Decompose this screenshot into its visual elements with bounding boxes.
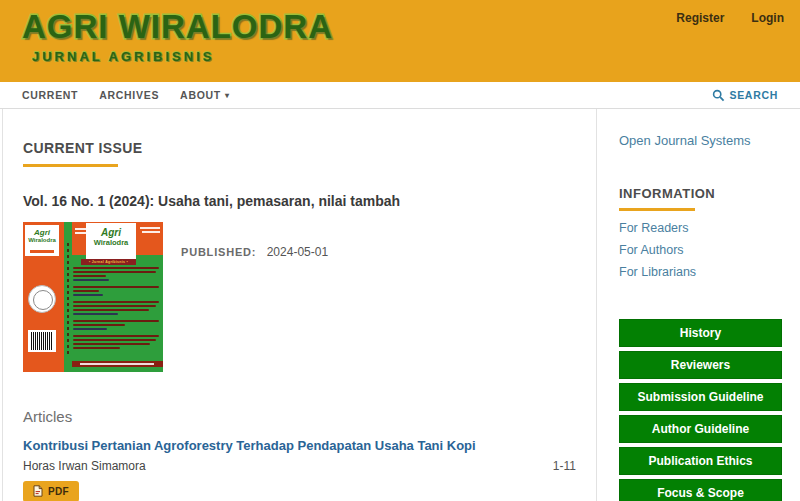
issue-title: Vol. 16 No. 1 (2024): Usaha tani, pemasa… [23, 193, 576, 209]
journal-logo-title: AGRI WIRALODRA [22, 8, 333, 46]
search-label: SEARCH [729, 89, 778, 101]
current-issue-heading: CURRENT ISSUE [23, 140, 576, 156]
primary-nav: CURRENT ARCHIVES ABOUT▾ SEARCH [0, 82, 800, 109]
article-meta: Horas Irwan Simamora 1-11 [23, 459, 576, 473]
cover-spine [64, 222, 72, 372]
page-content: CURRENT ISSUE Vol. 16 No. 1 (2024): Usah… [2, 109, 798, 501]
information-underline [619, 208, 695, 211]
publication-ethics-button[interactable]: Publication Ethics [619, 447, 782, 475]
pdf-button-label: PDF [48, 486, 69, 497]
register-link[interactable]: Register [676, 11, 724, 25]
journal-logo-subtitle: JURNAL AGRIBISNIS [32, 49, 333, 64]
journal-homepage: AGRI WIRALODRA JURNAL AGRIBISNIS Registe… [0, 0, 800, 501]
sidebar-link-for-librarians[interactable]: For Librarians [619, 264, 782, 280]
search-link[interactable]: SEARCH [712, 89, 778, 102]
heading-underline [23, 164, 118, 167]
cover-logo-box: Agri Wiralodra [25, 225, 59, 256]
site-header: AGRI WIRALODRA JURNAL AGRIBISNIS Registe… [0, 0, 800, 82]
main-column: CURRENT ISSUE Vol. 16 No. 1 (2024): Usah… [2, 109, 597, 501]
published-date: 2024-05-01 [267, 245, 328, 259]
issue-summary: Agri Wiralodra Agri Wiralodra [23, 222, 576, 372]
history-button[interactable]: History [619, 319, 782, 347]
published-label: PUBLISHED: [181, 246, 256, 258]
nav-item-archives[interactable]: ARCHIVES [99, 89, 159, 101]
article-title-link[interactable]: Kontribusi Pertanian Agroforestry Terhad… [23, 438, 576, 453]
search-icon [712, 89, 725, 102]
information-links: For Readers For Authors For Librarians [619, 220, 782, 280]
published-info: PUBLISHED: 2024-05-01 [181, 242, 328, 372]
sidebar-button-stack: History Reviewers Submission Guideline A… [619, 319, 782, 501]
nav-item-current[interactable]: CURRENT [22, 89, 78, 101]
cover-title-panel: Agri Wiralodra [86, 223, 136, 259]
auth-links: Register Login [676, 11, 784, 25]
nav-about-label: ABOUT [180, 89, 221, 101]
article-author: Horas Irwan Simamora [23, 459, 146, 473]
pdf-button[interactable]: PDF [23, 481, 79, 501]
pdf-file-icon [33, 485, 43, 499]
information-heading: INFORMATION [619, 186, 782, 201]
chevron-down-icon: ▾ [225, 91, 230, 100]
issue-cover[interactable]: Agri Wiralodra Agri Wiralodra [23, 222, 163, 372]
reviewers-button[interactable]: Reviewers [619, 351, 782, 379]
cover-footer-bar [72, 361, 163, 367]
article-pages: 1-11 [553, 459, 576, 473]
cover-banner: • Jurnal Agribisnis • [81, 259, 136, 265]
nav-item-about[interactable]: ABOUT▾ [180, 89, 230, 101]
sidebar: Open Journal Systems INFORMATION For Rea… [599, 109, 798, 501]
submission-guideline-button[interactable]: Submission Guideline [619, 383, 782, 411]
cover-barcode [28, 330, 56, 352]
articles-section-heading: Articles [23, 408, 576, 425]
journal-logo[interactable]: AGRI WIRALODRA JURNAL AGRIBISNIS [22, 8, 333, 64]
focus-scope-button[interactable]: Focus & Scope [619, 479, 782, 501]
author-guideline-button[interactable]: Author Guideline [619, 415, 782, 443]
cover-article-lines [73, 267, 159, 354]
login-link[interactable]: Login [751, 11, 784, 25]
article-list-item: Kontribusi Pertanian Agroforestry Terhad… [23, 438, 576, 501]
open-journal-systems-link[interactable]: Open Journal Systems [619, 133, 782, 148]
cover-emblem-icon [28, 285, 56, 313]
sidebar-link-for-authors[interactable]: For Authors [619, 242, 782, 258]
sidebar-link-for-readers[interactable]: For Readers [619, 220, 782, 236]
